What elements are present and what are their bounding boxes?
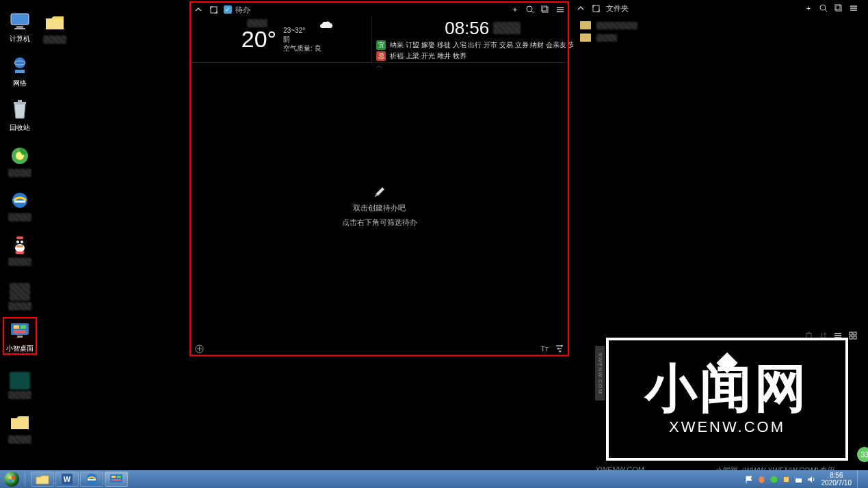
taskbar-ie[interactable] <box>80 472 103 487</box>
desktop-icon-network[interactable]: 网络 <box>3 51 37 88</box>
side-tab[interactable]: XWENW.COM <box>595 346 605 401</box>
taskbar-word[interactable]: W <box>55 472 79 487</box>
chevron-up-icon[interactable] <box>576 3 586 13</box>
search-icon[interactable] <box>819 3 828 13</box>
taskbar-explorer[interactable] <box>31 472 54 487</box>
notification-bubble[interactable]: 33 <box>857 447 868 462</box>
svg-rect-42 <box>110 474 122 483</box>
svg-rect-18 <box>14 325 19 329</box>
add-icon[interactable]: + <box>510 5 520 14</box>
pixelated-label <box>8 391 31 399</box>
text-size-icon[interactable]: Tт <box>540 344 549 353</box>
svg-rect-6 <box>14 102 26 104</box>
pixelated-label <box>8 302 31 310</box>
pixelated-label <box>8 435 31 444</box>
folder-item[interactable] <box>579 19 856 31</box>
tray-360-icon[interactable] <box>770 474 779 484</box>
tray-net-icon[interactable] <box>782 474 791 484</box>
add-circle-icon[interactable] <box>195 344 204 353</box>
info-row: 20° 23~32° 阴 空气质量: 良 08:56 宜 纳采 订盟 嫁娶 移徙… <box>191 16 568 63</box>
todo-footer: Tт <box>191 342 568 355</box>
pin-icon[interactable] <box>834 3 843 13</box>
svg-rect-21 <box>17 336 23 338</box>
svg-rect-15 <box>16 245 23 247</box>
svg-rect-33 <box>834 4 840 10</box>
desktop-icon-ie[interactable] <box>3 184 37 221</box>
almanac-bad-badge: 忌 <box>376 51 386 61</box>
collapse-arrow-icon[interactable]: ︿ <box>191 63 568 70</box>
desktop-icon-folder-top[interactable] <box>38 6 72 44</box>
svg-point-28 <box>557 348 560 350</box>
desktop-icon-computer[interactable]: 计算机 <box>3 6 37 44</box>
svg-point-46 <box>759 476 765 483</box>
desktop-label: 网络 <box>13 79 27 88</box>
svg-rect-7 <box>18 100 22 102</box>
svg-rect-35 <box>850 332 852 335</box>
desktop-icon-pixelated2[interactable] <box>3 362 37 399</box>
grid-view-icon[interactable] <box>849 331 857 340</box>
weather-city <box>247 19 267 27</box>
chevron-up-icon[interactable] <box>194 5 203 14</box>
svg-rect-48 <box>784 477 789 482</box>
folder-item-label <box>596 34 617 42</box>
desktop-icon-folder2[interactable] <box>3 406 37 444</box>
desktop-label: 计算机 <box>10 34 30 44</box>
desktop-icon-xiaozhi[interactable]: 小智桌面 <box>3 317 37 355</box>
todo-title: 待办 <box>235 5 250 15</box>
desktop-icon-browser-360[interactable] <box>3 139 37 177</box>
clock-panel[interactable]: 08:56 宜 纳采 订盟 嫁娶 移徙 入宅 出行 开市 交易 立券 纳财 会亲… <box>371 16 593 62</box>
folder-title: 文件夹 <box>606 3 629 14</box>
desktop-icon-qq[interactable] <box>3 228 37 266</box>
tray-flag-icon[interactable] <box>745 474 754 484</box>
weather-cond: 阴 <box>283 35 321 44</box>
folder-body <box>573 15 861 329</box>
desktop-icon-pixelated[interactable] <box>3 273 37 310</box>
pin-icon[interactable] <box>540 5 550 14</box>
ie-icon <box>8 189 31 212</box>
svg-rect-32 <box>836 5 841 11</box>
desktop-icon-recycle-bin[interactable]: 回收站 <box>3 95 37 133</box>
pixelated-label <box>8 169 31 177</box>
temp-range: 23~32° <box>283 26 321 35</box>
desktop: 计算机 网络 回收站 小智桌面 <box>0 0 103 465</box>
svg-point-47 <box>771 476 778 483</box>
folder-item[interactable] <box>579 31 856 44</box>
todo-empty-area[interactable]: 双击创建待办吧 点击右下角可筛选待办 <box>191 70 568 342</box>
tray-safe-icon[interactable] <box>794 474 804 484</box>
taskbar-xiaozhi[interactable] <box>105 472 128 487</box>
svg-rect-22 <box>211 7 217 13</box>
menu-icon[interactable] <box>555 5 565 14</box>
filter-icon[interactable] <box>555 344 564 353</box>
show-desktop-button[interactable] <box>857 470 864 488</box>
expand-icon[interactable] <box>591 3 601 13</box>
expand-icon[interactable] <box>209 5 218 14</box>
svg-point-27 <box>561 345 563 347</box>
add-icon[interactable]: + <box>804 3 813 13</box>
tray-clock[interactable]: 8:56 2020/7/10 <box>821 472 852 487</box>
weather-panel[interactable]: 20° 23~32° 阴 空气质量: 良 <box>191 16 371 62</box>
tray-qq-icon[interactable] <box>757 474 767 484</box>
svg-point-13 <box>16 241 19 243</box>
windows-orb-icon <box>4 472 19 487</box>
empty-line2: 点击右下角可筛选待办 <box>342 217 417 228</box>
watermark-sub: XWENW.COM <box>669 418 785 436</box>
tray-volume-icon[interactable] <box>806 474 816 484</box>
pixelated-icon <box>10 283 30 301</box>
folder-icon <box>580 21 591 29</box>
svg-text:W: W <box>64 475 71 483</box>
folder-widget: 文件夹 + <box>573 1 861 342</box>
svg-rect-20 <box>14 330 26 334</box>
menu-icon[interactable] <box>849 3 858 13</box>
svg-rect-38 <box>854 336 856 339</box>
svg-point-14 <box>21 241 23 243</box>
folder-icon <box>8 411 31 434</box>
taskbar: W 8:56 2020/7/10 <box>0 470 868 488</box>
pixelated-icon <box>10 372 30 390</box>
svg-rect-30 <box>593 5 599 12</box>
svg-rect-36 <box>854 332 856 335</box>
start-button[interactable] <box>0 470 23 488</box>
pixelated-label <box>43 36 66 44</box>
svg-rect-2 <box>14 28 25 29</box>
search-icon[interactable] <box>525 5 535 14</box>
recycle-bin-icon <box>8 98 31 122</box>
